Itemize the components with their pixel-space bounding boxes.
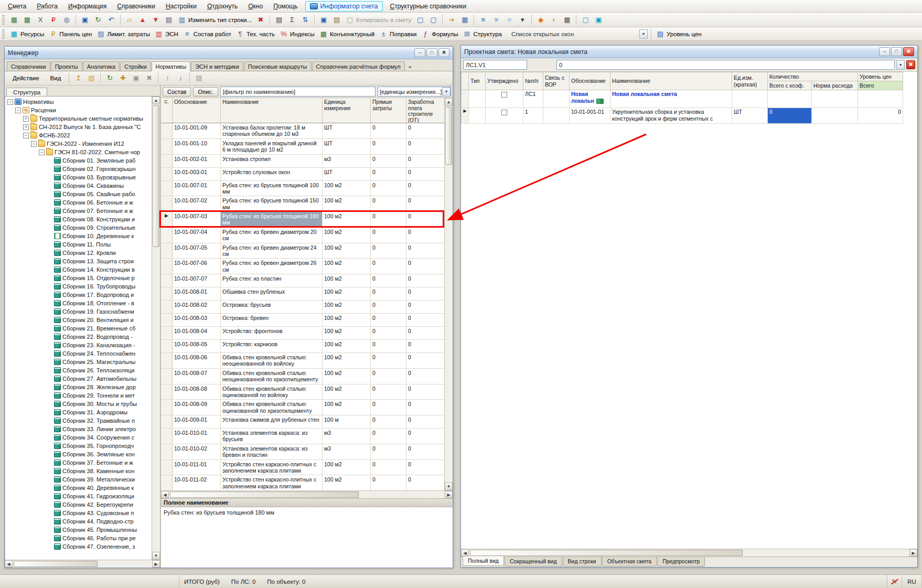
tree-item[interactable]: Сборник 29. Тоннели и мет: [5, 391, 152, 400]
tree-item[interactable]: Сборник 23. Канализация -: [5, 341, 152, 349]
scroll-right-icon[interactable]: ▶: [909, 549, 917, 557]
folder-icon[interactable]: ▨: [85, 72, 98, 84]
grid-column-header[interactable]: Единица измерения: [323, 98, 371, 123]
grid-column-header[interactable]: С.: [161, 98, 173, 123]
grid-column-header[interactable]: Прямые затраты: [371, 98, 406, 123]
grid-row[interactable]: 10-01-002-01Установка стропилм300: [161, 155, 444, 168]
edit-grid-icon[interactable]: ▦: [458, 14, 471, 26]
corrections-button[interactable]: ±Поправки: [377, 28, 419, 40]
tree-item[interactable]: −Расценки: [5, 106, 152, 114]
calculator-icon[interactable]: ▦: [561, 14, 573, 26]
estimate-item-row[interactable]: ▶ 1 10-01-001-01 Укрупнительная сборка и…: [462, 108, 903, 124]
tree-item[interactable]: Сборник 25. Магистральны: [5, 358, 152, 366]
close-icon[interactable]: ✖: [903, 47, 914, 56]
tree-item[interactable]: Сборник 37. Бетонные и ж: [5, 458, 152, 467]
send-to-icon[interactable]: ➔: [445, 14, 458, 26]
structure-button[interactable]: ⊞Структура: [460, 28, 504, 40]
grid-row[interactable]: 10-01-008-02Острожка: брусьев100 м200: [161, 301, 444, 314]
grid-row[interactable]: 10-01-007-01Рубка стен: из брусьев толщи…: [161, 181, 444, 197]
tree-item[interactable]: Сборник 20. Вентиляция и: [5, 316, 152, 324]
tree-item[interactable]: Сборник 05. Свайные рабо: [5, 190, 152, 198]
tree-item[interactable]: Сборник 31. Аэродромы: [5, 408, 152, 416]
cell-justification[interactable]: 10-01-001-01: [570, 108, 610, 124]
cell-total[interactable]: 0: [858, 108, 903, 124]
column-unit[interactable]: Ед.изм. (краткая): [732, 72, 768, 90]
grid-row[interactable]: 10-01-011-01Устройство стен каркасно-пли…: [161, 460, 444, 476]
tree-item[interactable]: Сборник 47. Озеленение, з: [5, 542, 152, 551]
view-tab[interactable]: Сокращенный вид: [505, 557, 562, 566]
tree-item[interactable]: Сборник 14. Конструкции в: [5, 265, 152, 274]
tree-item[interactable]: Сборник 44. Подводно-стр: [5, 517, 152, 526]
grid-row[interactable]: 10-01-008-03Острожка: бревен100 м200: [161, 314, 444, 327]
chevron-down-icon[interactable]: ▾: [442, 87, 451, 97]
cell-vor-link[interactable]: [543, 90, 570, 108]
estimate-horizontal-scrollbar[interactable]: ◀ ▶: [461, 549, 917, 557]
folder-up-icon[interactable]: ↥: [72, 72, 84, 84]
tree-item[interactable]: Сборник 46. Работы при ре: [5, 534, 152, 542]
tree-item[interactable]: Сборник 26. Теплоизоляци: [5, 366, 152, 375]
grid-row[interactable]: 10-01-001-09Установка балок пролетом: 18…: [161, 123, 444, 139]
tree-item[interactable]: Сборник 43. Судовозные п: [5, 509, 152, 517]
manager-tab[interactable]: Справочник расчётных формул: [312, 61, 405, 71]
tree-item[interactable]: Сборник 15. Отделочные р: [5, 274, 152, 282]
menu-item[interactable]: Структурные справочники: [385, 1, 471, 12]
move-up-icon[interactable]: ↑: [161, 72, 174, 84]
conjuncture-button[interactable]: ▩Конъюнктурный: [317, 28, 377, 40]
column-justification[interactable]: Обоснование: [570, 72, 610, 90]
tree-item[interactable]: Сборник 41. Гидроизоляци: [5, 492, 152, 500]
tree-item[interactable]: Сборник 09. Строительные: [5, 223, 152, 232]
tree-horizontal-scrollbar[interactable]: ◀ ▶: [5, 560, 160, 568]
tree-item[interactable]: Сборник 39. Металлически: [5, 475, 152, 484]
approved-checkbox[interactable]: [501, 110, 507, 115]
tree-item[interactable]: Сборник 34. Сооружения с: [5, 433, 152, 442]
grid-row[interactable]: 10-01-007-05Рубка стен: из бревен диамет…: [161, 243, 444, 259]
grid-row[interactable]: 10-01-003-01Устройство слуховых оконШТ00: [161, 168, 444, 181]
description-button[interactable]: Опис.: [193, 87, 218, 97]
tree-expander-icon[interactable]: −: [15, 108, 21, 113]
tree-item[interactable]: Сборник 27. Автомобильны: [5, 375, 152, 383]
resources-panel-button[interactable]: ▦Ресурсы: [8, 28, 46, 40]
tree-item[interactable]: −Нормативы: [5, 98, 152, 106]
toolbar-grip[interactable]: [2, 29, 5, 39]
document-code-input[interactable]: [463, 60, 527, 70]
refresh-tree-icon[interactable]: ↻: [103, 72, 116, 84]
scroll-right-icon[interactable]: ▶: [445, 491, 453, 498]
print-icon[interactable]: ▤: [273, 14, 285, 26]
coefficients-icon[interactable]: ◗: [548, 14, 560, 26]
cell-number[interactable]: ЛС1: [523, 90, 543, 108]
tree-item[interactable]: Сборник 36. Земляные кон: [5, 450, 152, 458]
approved-checkbox[interactable]: [501, 92, 507, 98]
cell-vor-link[interactable]: [543, 108, 570, 124]
menu-item[interactable]: Информация: [63, 1, 111, 12]
tree-item[interactable]: Сборник 12. Кровли: [5, 249, 152, 257]
formulas-button[interactable]: ƒФормулы: [419, 28, 460, 40]
grid-row[interactable]: 10-01-008-05Устройство: карнизов100 м200: [161, 340, 444, 353]
tree-item[interactable]: Сборник 45. Промышленны: [5, 526, 152, 534]
move-down-icon[interactable]: ↓: [174, 72, 187, 84]
menu-item[interactable]: Помощь: [269, 1, 302, 12]
refresh-icon[interactable]: ↻: [92, 14, 104, 26]
cell-unit[interactable]: [732, 90, 768, 108]
tree-item[interactable]: Сборник 24. Теплоснабжен: [5, 349, 152, 358]
resources-icon[interactable]: ◆: [534, 14, 547, 26]
compose-button[interactable]: Состав: [163, 87, 191, 97]
tree-item[interactable]: Сборник 21. Временные сб: [5, 324, 152, 333]
grid-row[interactable]: 10-01-007-04Рубка стен: из бревен диамет…: [161, 228, 444, 243]
totals-icon[interactable]: Σ: [286, 14, 298, 26]
tree-item[interactable]: Сборник 01. Земляные раб: [5, 156, 152, 165]
column-name[interactable]: Наименование: [610, 72, 732, 90]
tree-item[interactable]: Сборник 07. Бетонные и ж: [5, 207, 152, 215]
grid-row[interactable]: 10-01-001-10Укладка панелей и покрытий д…: [161, 139, 444, 155]
column-total[interactable]: Всего: [858, 81, 903, 90]
grid-row[interactable]: 10-01-008-09Обивка стен кровельной сталь…: [161, 400, 444, 415]
view-tab[interactable]: Объектная смета: [602, 557, 657, 566]
grid-row[interactable]: 10-01-010-01Установка элементов каркаса:…: [161, 429, 444, 444]
view-tab[interactable]: Полный вид: [463, 557, 504, 566]
units-filter-combo[interactable]: [единицы измерения...] ▾: [378, 87, 451, 97]
change-row-type-button[interactable]: ▥Изменить тип строки...: [176, 14, 254, 26]
tree-item[interactable]: −ГЭСН 81-02-2022. Сметные нор: [5, 148, 152, 156]
scroll-up-icon[interactable]: ▲: [152, 97, 160, 104]
grid-row[interactable]: 10-01-008-08Обивка стен кровельной сталь…: [161, 384, 444, 400]
price-level-button[interactable]: ▤ Уровень цен: [654, 28, 704, 40]
grid-column-header[interactable]: Наименование: [221, 98, 323, 123]
